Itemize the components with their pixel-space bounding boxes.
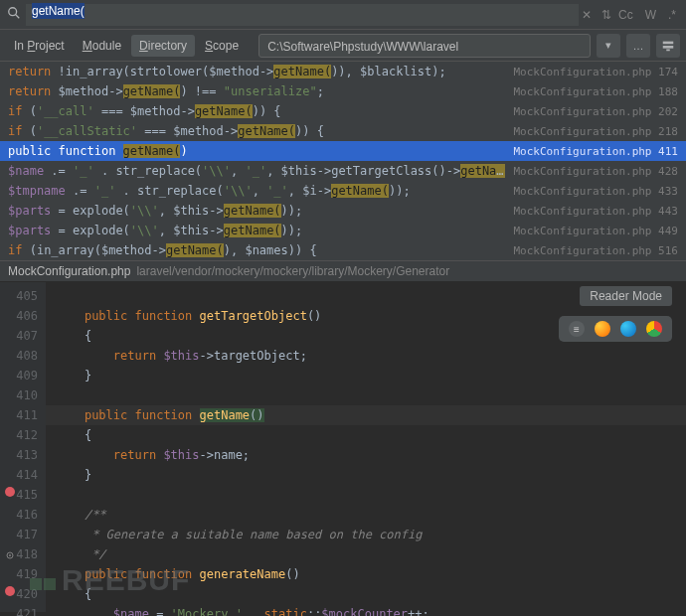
search-input[interactable]: getName( [26, 4, 579, 26]
breakpoint-icon[interactable] [5, 586, 15, 596]
close-icon[interactable]: ✕ [579, 8, 595, 22]
reader-mode-button[interactable]: Reader Mode [580, 286, 672, 306]
search-result-row[interactable]: if ('__call' === $method->getName()) {Mo… [0, 101, 686, 121]
svg-line-1 [16, 15, 20, 19]
svg-rect-3 [663, 46, 674, 49]
match-case-toggle[interactable]: Cc [618, 8, 633, 22]
search-result-row[interactable]: $parts = explode('\\', $this->getName())… [0, 201, 686, 221]
preview-header: MockConfiguration.php laravel/vendor/moc… [0, 260, 686, 282]
file-mask-button[interactable] [656, 34, 680, 58]
search-result-row[interactable]: return !in_array(strtolower($method->get… [0, 62, 686, 81]
preview-filepath: laravel/vendor/mockery/mockery/library/M… [136, 264, 449, 278]
scope-directory[interactable]: Directory [131, 35, 195, 57]
regex-toggle[interactable]: .* [668, 8, 676, 22]
breakpoint-icon[interactable] [5, 487, 15, 497]
browser-launchers-dock: ≡ [559, 316, 672, 342]
scope-project[interactable]: In Project [6, 35, 73, 57]
svg-point-6 [9, 554, 11, 556]
search-bar: getName( ✕ ⇅ Cc W .* [0, 0, 686, 30]
pin-icon[interactable]: ⇅ [599, 8, 614, 22]
watermark: REEBUF [30, 563, 190, 597]
svg-rect-4 [666, 49, 670, 51]
search-result-row[interactable]: if ('__callStatic' === $method->getName(… [0, 121, 686, 141]
directory-path-input[interactable]: C:\Software\Phpstudy\WWW\laravel [258, 34, 591, 58]
svg-rect-2 [663, 41, 674, 44]
gear-icon[interactable] [5, 546, 15, 556]
builtin-preview-icon[interactable]: ≡ [569, 321, 585, 337]
search-icon [6, 6, 22, 23]
search-results-list: return !in_array(strtolower($method->get… [0, 62, 686, 260]
scope-module[interactable]: Module [75, 35, 129, 57]
scope-bar: In ProjectModuleDirectoryScope C:\Softwa… [0, 30, 686, 62]
path-browse-button[interactable]: … [626, 34, 650, 58]
edge-icon[interactable] [620, 321, 636, 337]
svg-point-0 [9, 8, 17, 16]
search-result-row[interactable]: if (in_array($method->getName(), $names)… [0, 240, 686, 260]
code-preview: Reader Mode ≡ 40540640740840941041141241… [0, 282, 686, 612]
words-toggle[interactable]: W [645, 8, 656, 22]
search-result-row[interactable]: public function getName()MockConfigurati… [0, 141, 686, 161]
scope-scope[interactable]: Scope [197, 35, 247, 57]
path-dropdown-button[interactable]: ▾ [597, 34, 620, 58]
search-result-row[interactable]: $parts = explode('\\', $this->getName())… [0, 221, 686, 240]
search-result-row[interactable]: $tmpname .= '_' . str_replace('\\', '_',… [0, 181, 686, 201]
chrome-icon[interactable] [646, 321, 662, 337]
search-options-group: Cc W .* [618, 8, 680, 22]
preview-filename: MockConfiguration.php [8, 264, 130, 278]
search-result-row[interactable]: $name .= '_' . str_replace('\\', '_', $t… [0, 161, 686, 181]
firefox-icon[interactable] [595, 321, 610, 337]
search-result-row[interactable]: return $method->getName() !== "unseriali… [0, 81, 686, 101]
